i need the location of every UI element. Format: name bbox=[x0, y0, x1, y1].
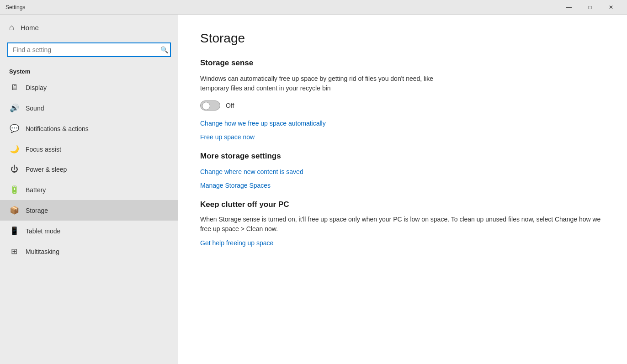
battery-icon: 🔋 bbox=[9, 185, 19, 195]
keep-clutter-title: Keep clutter off your PC bbox=[200, 200, 605, 209]
storage-sense-title: Storage sense bbox=[200, 58, 605, 68]
title-bar: Settings — □ ✕ bbox=[0, 0, 627, 15]
sidebar-item-storage[interactable]: 📦 Storage bbox=[0, 200, 178, 221]
display-icon: 🖥 bbox=[9, 83, 19, 92]
content-panel: Storage Storage sense Windows can automa… bbox=[178, 15, 627, 364]
manage-spaces-link[interactable]: Manage Storage Spaces bbox=[200, 182, 605, 189]
more-storage-settings-title: More storage settings bbox=[200, 152, 605, 161]
close-button[interactable]: ✕ bbox=[600, 0, 622, 15]
maximize-button[interactable]: □ bbox=[579, 0, 600, 15]
minimize-button[interactable]: — bbox=[558, 0, 579, 15]
free-up-now-link[interactable]: Free up space now bbox=[200, 133, 605, 141]
change-free-up-link[interactable]: Change how we free up space automaticall… bbox=[200, 120, 605, 127]
window-controls: — □ ✕ bbox=[558, 0, 622, 15]
change-where-link[interactable]: Change where new content is saved bbox=[200, 168, 605, 175]
sidebar-item-storage-label: Storage bbox=[26, 207, 48, 214]
sidebar-item-sound[interactable]: 🔊 Sound bbox=[0, 98, 178, 118]
sidebar-item-notifications-label: Notifications & actions bbox=[26, 125, 89, 132]
sidebar-home[interactable]: ⌂ Home bbox=[0, 15, 178, 41]
search-icon[interactable]: 🔍 bbox=[160, 46, 168, 53]
tablet-mode-icon: 📱 bbox=[9, 226, 19, 236]
app-title: Settings bbox=[5, 4, 558, 11]
keep-clutter-desc: When Storage sense is turned on, it'll f… bbox=[200, 215, 605, 234]
sidebar-home-label: Home bbox=[21, 24, 39, 32]
sidebar-item-multitasking-label: Multitasking bbox=[26, 248, 59, 255]
sidebar: ⌂ Home 🔍 System 🖥 Display 🔊 Sound 💬 Noti… bbox=[0, 15, 178, 364]
sidebar-item-notifications[interactable]: 💬 Notifications & actions bbox=[0, 118, 178, 139]
sidebar-item-sound-label: Sound bbox=[26, 105, 44, 112]
system-section-label: System bbox=[0, 64, 178, 78]
sidebar-item-tablet-mode-label: Tablet mode bbox=[26, 227, 60, 235]
multitasking-icon: ⊞ bbox=[9, 247, 19, 256]
sidebar-item-focus-assist-label: Focus assist bbox=[26, 146, 61, 153]
storage-sense-toggle-label: Off bbox=[226, 102, 234, 109]
app-body: ⌂ Home 🔍 System 🖥 Display 🔊 Sound 💬 Noti… bbox=[0, 15, 627, 364]
sidebar-item-display[interactable]: 🖥 Display bbox=[0, 78, 178, 98]
storage-icon: 📦 bbox=[9, 206, 19, 215]
notifications-icon: 💬 bbox=[9, 124, 19, 133]
page-title: Storage bbox=[200, 31, 605, 46]
power-sleep-icon: ⏻ bbox=[9, 165, 19, 174]
sidebar-item-display-label: Display bbox=[26, 84, 47, 91]
storage-sense-toggle[interactable] bbox=[200, 100, 220, 111]
sidebar-item-power-sleep-label: Power & sleep bbox=[26, 166, 67, 173]
sidebar-item-power-sleep[interactable]: ⏻ Power & sleep bbox=[0, 159, 178, 179]
sidebar-item-battery[interactable]: 🔋 Battery bbox=[0, 179, 178, 200]
sidebar-item-multitasking[interactable]: ⊞ Multitasking bbox=[0, 241, 178, 262]
storage-sense-desc: Windows can automatically free up space … bbox=[200, 74, 438, 93]
sound-icon: 🔊 bbox=[9, 103, 19, 113]
sidebar-item-tablet-mode[interactable]: 📱 Tablet mode bbox=[0, 221, 178, 241]
storage-sense-toggle-row: Off bbox=[200, 100, 605, 111]
get-help-link[interactable]: Get help freeing up space bbox=[200, 239, 605, 247]
sidebar-item-battery-label: Battery bbox=[26, 186, 46, 194]
search-box: 🔍 bbox=[7, 42, 171, 57]
search-input[interactable] bbox=[7, 42, 171, 57]
home-icon: ⌂ bbox=[9, 23, 14, 32]
sidebar-item-focus-assist[interactable]: 🌙 Focus assist bbox=[0, 139, 178, 159]
focus-assist-icon: 🌙 bbox=[9, 144, 19, 154]
